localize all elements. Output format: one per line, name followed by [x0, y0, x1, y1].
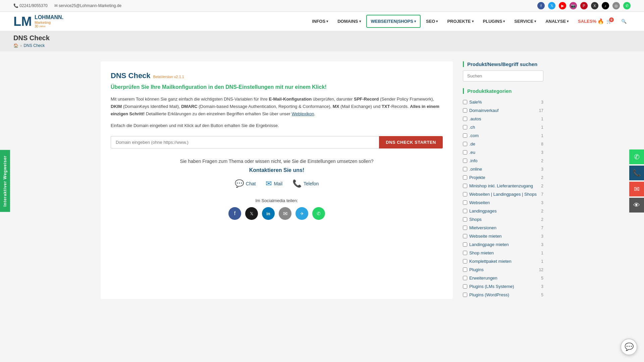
nav-plugins[interactable]: PLUGINS ▾: [479, 15, 509, 27]
category-link[interactable]: .ch: [469, 125, 475, 130]
category-link[interactable]: .eu: [469, 150, 475, 155]
category-checkbox[interactable]: [463, 200, 467, 205]
list-item: Minishop inkl. Lieferantenzugang 2: [463, 182, 543, 190]
category-checkbox[interactable]: [463, 150, 467, 155]
category-checkbox[interactable]: [463, 284, 467, 289]
category-checkbox[interactable]: [463, 267, 467, 272]
category-checkbox[interactable]: [463, 259, 467, 263]
category-checkbox[interactable]: [463, 175, 467, 180]
nav-projekte[interactable]: PROJEKTE ▾: [443, 15, 477, 27]
weblexikon-link[interactable]: Weblexikon: [292, 111, 314, 116]
breadcrumb-dns[interactable]: DNS Check: [24, 43, 45, 48]
category-link[interactable]: Webseiten: [469, 200, 490, 205]
category-link[interactable]: Webseiten | Landingpages | Shops: [469, 192, 537, 197]
nav-service[interactable]: SERVICE ▾: [510, 15, 540, 27]
logo-marketing: Marketing: [35, 20, 63, 24]
eye-button[interactable]: 👁: [629, 198, 644, 213]
list-item: Plugins (LMs Systeme) 3: [463, 282, 543, 291]
pinterest-topbar-icon[interactable]: P: [580, 2, 588, 9]
sidebar-search-input[interactable]: [463, 70, 543, 81]
category-checkbox[interactable]: [463, 226, 467, 230]
category-link[interactable]: .autos: [469, 116, 481, 121]
facebook-topbar-icon[interactable]: f: [537, 2, 545, 9]
category-checkbox[interactable]: [463, 117, 467, 121]
tiktok-topbar-icon[interactable]: ♪: [602, 2, 609, 9]
share-mail-icon[interactable]: ✉: [279, 207, 291, 220]
domain-input[interactable]: [111, 136, 379, 148]
category-checkbox[interactable]: [463, 209, 467, 213]
category-link[interactable]: Webseite mieten: [469, 234, 502, 239]
nav-infos[interactable]: INFOS ▾: [308, 15, 332, 27]
whatsapp-topbar-icon[interactable]: ✆: [623, 2, 631, 9]
category-checkbox[interactable]: [463, 242, 467, 247]
category-link[interactable]: Komplettpaket mieten: [469, 259, 512, 264]
phone-link[interactable]: 📞 Telefon: [292, 179, 319, 188]
category-link[interactable]: Domainverkauf: [469, 108, 498, 113]
category-checkbox[interactable]: [463, 167, 467, 171]
share-telegram-icon[interactable]: ✈: [296, 207, 308, 220]
nav-domains[interactable]: DOMAINS ▾: [333, 15, 365, 27]
categories-list: Sale% 3 Domainverkauf 17 .autos 1 .ch 1 …: [463, 98, 543, 299]
category-link[interactable]: Projekte: [469, 175, 485, 180]
category-link[interactable]: .com: [469, 133, 479, 138]
category-checkbox[interactable]: [463, 192, 467, 196]
chat-link[interactable]: 💬 Chat: [235, 179, 256, 188]
list-item: .info 2: [463, 157, 543, 165]
category-checkbox[interactable]: [463, 100, 467, 104]
category-checkbox[interactable]: [463, 108, 467, 113]
nav-webseiten-shops[interactable]: WEBSEITEN|SHOPS ▾: [366, 15, 421, 28]
category-link[interactable]: .online: [469, 167, 482, 172]
youtube-topbar-icon[interactable]: ▶: [559, 2, 566, 9]
phone-number[interactable]: 📞 02241/9055370: [13, 3, 48, 8]
category-checkbox[interactable]: [463, 276, 467, 280]
category-link[interactable]: Plugins: [469, 267, 484, 272]
twitter-topbar-icon[interactable]: 𝕏: [548, 2, 555, 9]
category-checkbox[interactable]: [463, 251, 467, 255]
category-link[interactable]: Erweiterungen: [469, 276, 497, 281]
mail-icon: ✉: [266, 179, 272, 188]
clubhouse-topbar-icon[interactable]: ◎: [612, 2, 620, 9]
share-facebook-icon[interactable]: f: [228, 207, 241, 220]
beta-badge: BetaVersion v2.1.1: [153, 75, 184, 79]
category-link[interactable]: Sale%: [469, 100, 482, 105]
category-link[interactable]: Mietversionen: [469, 225, 496, 230]
category-link[interactable]: Landingpages: [469, 208, 497, 214]
category-link[interactable]: Minishop inkl. Lieferantenzugang: [469, 183, 533, 188]
category-checkbox[interactable]: [463, 234, 467, 238]
category-checkbox[interactable]: [463, 293, 467, 297]
category-checkbox[interactable]: [463, 142, 467, 146]
content-area: DNS Check BetaVersion v2.1.1 Überprüfen …: [101, 61, 453, 299]
phone-button[interactable]: 📞: [629, 166, 644, 180]
category-checkbox[interactable]: [463, 217, 467, 222]
nav-analyse[interactable]: ANALYSE ▾: [541, 15, 573, 27]
nav-sales[interactable]: SALES% 🔥 🛒0: [574, 15, 616, 28]
category-link[interactable]: .de: [469, 141, 475, 146]
xing-topbar-icon[interactable]: X: [591, 2, 598, 9]
nav-search-icon[interactable]: 🔍: [617, 15, 631, 27]
category-checkbox[interactable]: [463, 133, 467, 138]
category-count: 2: [541, 184, 543, 188]
category-link[interactable]: .info: [469, 158, 478, 163]
dns-check-button[interactable]: DNS CHECK STARTEN: [379, 136, 443, 148]
nav-seo[interactable]: SEO ▾: [422, 15, 442, 27]
share-whatsapp-icon[interactable]: ✆: [312, 207, 325, 220]
category-checkbox[interactable]: [463, 125, 467, 129]
logo[interactable]: LM LOHMANN. Marketing 30Jahre: [13, 14, 63, 28]
category-link[interactable]: Shop mieten: [469, 250, 494, 255]
category-link[interactable]: Landingpage mieten: [469, 242, 509, 247]
category-link[interactable]: Plugins (WordPress): [469, 292, 509, 297]
whatsapp-button[interactable]: ✆: [629, 149, 644, 164]
mail-button[interactable]: ✉: [629, 182, 644, 196]
left-interactive-bar[interactable]: Interaktiver Wegweiser: [0, 150, 10, 212]
list-item: Plugins 12: [463, 265, 543, 274]
share-twitter-icon[interactable]: 𝕏: [245, 207, 258, 220]
mail-link[interactable]: ✉ Mail: [266, 179, 282, 188]
category-checkbox[interactable]: [463, 184, 467, 188]
category-link[interactable]: Shops: [469, 217, 482, 222]
share-linkedin-icon[interactable]: in: [262, 207, 275, 220]
breadcrumb-home[interactable]: 🏠: [13, 43, 18, 48]
category-link[interactable]: Plugins (LMs Systeme): [469, 284, 514, 289]
category-checkbox[interactable]: [463, 159, 467, 163]
email-address[interactable]: ✉ service25@Lohmann-Marketing.de: [54, 3, 121, 8]
instagram-topbar-icon[interactable]: 📷: [570, 2, 577, 9]
